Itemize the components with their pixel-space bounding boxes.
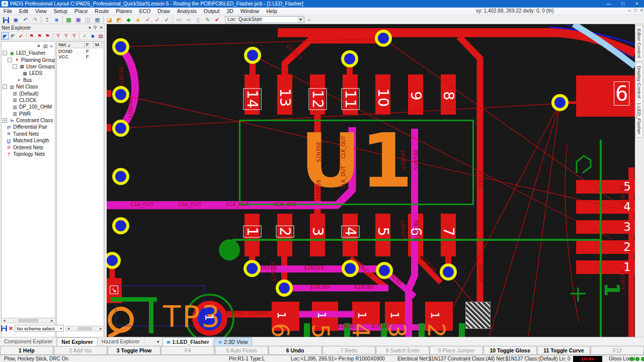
- pin-icon[interactable]: ⚲: [94, 25, 97, 30]
- library-icon[interactable]: ◪: [105, 16, 114, 24]
- browse-icon[interactable]: ▱: [184, 16, 193, 24]
- draw-icon[interactable]: ✎: [203, 16, 212, 24]
- tree-item-dp100[interactable]: ▥ DP_100_OHM: [2, 104, 55, 110]
- menu-window[interactable]: Window: [237, 8, 263, 14]
- via[interactable]: [551, 94, 569, 111]
- redo-icon[interactable]: ↷: [30, 16, 40, 24]
- via[interactable]: [112, 120, 129, 137]
- via[interactable]: [112, 38, 129, 55]
- net-row-vcc[interactable]: VCC F: [57, 54, 104, 59]
- select-mode-icon[interactable]: ◤: [1, 32, 9, 40]
- tree-item-net-class[interactable]: - ▥ Net Class: [2, 83, 55, 90]
- list-hscrollbar[interactable]: ◄►: [65, 326, 105, 331]
- component-icon[interactable]: ☻: [52, 16, 61, 24]
- tree-item-matched-length[interactable]: ∐ Matched Length: [2, 137, 55, 144]
- tree-item-planning-groups[interactable]: - ✦ Planning Groups: [2, 56, 55, 63]
- mdi-restore-icon[interactable]: □: [634, 8, 637, 13]
- column-header-f[interactable]: F: [85, 42, 94, 48]
- fkey-3[interactable]: 3 Toggle Plow: [108, 346, 161, 355]
- via[interactable]: [440, 263, 457, 281]
- doc-tab-3d-view[interactable]: ≋ 2:3D View: [214, 337, 252, 346]
- expander[interactable]: +: [3, 118, 7, 123]
- mdi-close-icon[interactable]: ×: [640, 8, 643, 13]
- tree-item-tuned-nets[interactable]: ≋ Tuned Nets: [2, 131, 55, 137]
- tree-item-leds[interactable]: ▦ LEDS: [2, 70, 55, 76]
- tree-item-topology-nets[interactable]: T Topology Nets: [2, 151, 55, 157]
- tree-hscrollbar[interactable]: ◄►: [1, 318, 55, 323]
- menu-route[interactable]: Route: [91, 8, 112, 14]
- fkey-9[interactable]: 9 Place Jumper: [430, 346, 483, 355]
- via[interactable]: [276, 280, 293, 297]
- filter-swap-icon[interactable]: Y: [70, 32, 78, 40]
- reuse-icon[interactable]: ◩: [114, 16, 124, 24]
- move-handle-icon[interactable]: ↘: [110, 286, 118, 294]
- panel-close-icon[interactable]: ✕: [99, 25, 103, 30]
- menu-planes[interactable]: Planes: [112, 8, 135, 14]
- expander[interactable]: -: [3, 51, 7, 55]
- tab-component-explorer[interactable]: Component Explorer: [0, 337, 57, 345]
- via[interactable]: [244, 47, 261, 64]
- fkey-11[interactable]: 11 Toggle Curve: [537, 346, 591, 355]
- via[interactable]: [112, 217, 129, 234]
- tree-item-default[interactable]: ▥ (Default): [2, 90, 55, 97]
- menu-view[interactable]: View: [32, 8, 50, 14]
- tree-item-ordered-nets[interactable]: ⊘ Ordered Nets: [2, 144, 55, 150]
- menu-file[interactable]: File: [0, 8, 16, 14]
- tree-item-constraint-class[interactable]: + ≫ Constraint Class: [2, 117, 55, 124]
- column-header-m[interactable]: M: [94, 42, 102, 48]
- pad-icon[interactable]: ◫: [83, 16, 93, 24]
- via[interactable]: [112, 86, 129, 103]
- apply-icon[interactable]: ✓: [80, 32, 89, 40]
- tree-item-user-groups[interactable]: - ▦ User Groups: [2, 63, 55, 70]
- group-icon[interactable]: ▦: [43, 43, 48, 49]
- book-icon[interactable]: ▤: [97, 32, 105, 40]
- fkey-7[interactable]: 7 Redo: [323, 346, 376, 355]
- scheme-combobox[interactable]: No scheme select ▾: [15, 325, 63, 332]
- minimize-button[interactable]: —: [602, 1, 616, 7]
- panel-menu-icon[interactable]: ▾: [89, 25, 91, 30]
- fkey-4[interactable]: F4: [161, 346, 214, 355]
- review-icon[interactable]: ▭: [174, 16, 184, 24]
- expander[interactable]: -: [8, 58, 12, 62]
- hazard-icon[interactable]: ◈: [133, 16, 143, 24]
- find-icon[interactable]: ◉: [11, 16, 21, 24]
- menu-analysis[interactable]: Analysis: [174, 8, 200, 14]
- fkey-8[interactable]: 8 Switch Ends: [376, 346, 429, 355]
- layer-indicator[interactable]: 1H.4V: [573, 356, 602, 362]
- tree-item-differential-pair[interactable]: ⇄ Differential Pair: [2, 124, 55, 130]
- doc-tab-led-flasher[interactable]: ≋ 1:LED_Flasher: [163, 337, 213, 346]
- tab-scroll-left-icon[interactable]: ◂: [154, 337, 162, 344]
- tab-hazard-explorer[interactable]: Hazard Explorer: [98, 337, 144, 345]
- grid-icon[interactable]: ▦: [93, 16, 102, 24]
- batch-drc-icon[interactable]: ✓: [152, 16, 162, 24]
- fkey-12[interactable]: F12: [591, 346, 644, 355]
- collapse-icon[interactable]: «: [50, 43, 53, 49]
- via[interactable]: [376, 262, 393, 279]
- column-header-net[interactable]: Net ◢: [57, 42, 85, 48]
- via[interactable]: [375, 30, 392, 47]
- user-icon[interactable]: ☻: [89, 32, 97, 40]
- expander[interactable]: -: [3, 84, 7, 89]
- tree-item-pwr[interactable]: ▥ PWR: [2, 111, 55, 117]
- menu-3d[interactable]: 3D: [223, 8, 236, 14]
- snowflake-icon[interactable]: ✶: [36, 43, 41, 49]
- loc-combobox[interactable]: Loc: QuickStart ▾: [225, 16, 304, 23]
- filter-remove-icon[interactable]: Y: [62, 32, 70, 40]
- layers-icon[interactable]: ▣: [73, 16, 83, 24]
- save-scheme-icon[interactable]: [1, 325, 7, 331]
- drc-window-icon[interactable]: ✓: [143, 16, 152, 24]
- move-icon[interactable]: ↥: [42, 16, 52, 24]
- board-icon[interactable]: ▩: [64, 16, 73, 24]
- close-button[interactable]: ×: [630, 1, 644, 7]
- menu-place[interactable]: Place: [71, 8, 91, 14]
- menu-setup[interactable]: Setup: [50, 8, 71, 14]
- chevron-down-icon[interactable]: ▾: [297, 17, 304, 23]
- fkey-6[interactable]: 6 Undo: [269, 346, 322, 355]
- via[interactable]: [342, 260, 359, 277]
- tab-editor-control[interactable]: Editor Control: [635, 25, 643, 61]
- pcb-canvas[interactable]: 14 13 12 11 10 9 8 1 2 3 4 5 6 7 5 4 3 2…: [107, 24, 635, 337]
- mdi-minimize-icon[interactable]: –: [628, 8, 631, 13]
- net-select-icon[interactable]: ✔: [17, 32, 25, 40]
- undo-icon[interactable]: ↶: [21, 16, 30, 24]
- maximize-button[interactable]: □: [616, 1, 630, 7]
